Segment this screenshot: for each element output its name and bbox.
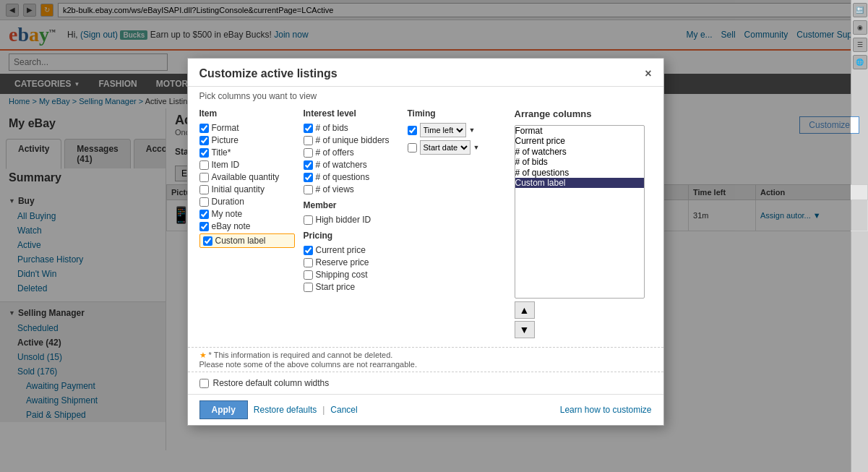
checkbox-init-qty[interactable]: Initial quantity (199, 184, 295, 194)
checkbox-bids-input[interactable] (304, 124, 313, 133)
footer-separator: | (322, 405, 325, 415)
arrange-item-bids[interactable]: # of bids (515, 157, 644, 167)
checkbox-init-qty-input[interactable] (199, 185, 209, 194)
checkbox-start-price[interactable]: Start price (304, 282, 399, 292)
cancel-link[interactable]: Cancel (330, 405, 357, 415)
checkbox-duration-input[interactable] (199, 197, 209, 207)
checkbox-my-note[interactable]: My note (199, 209, 295, 219)
arrange-title: Arrange columns (515, 108, 652, 119)
arrange-section: Arrange columns Format Current price # o… (515, 108, 652, 338)
timing-checkbox-2[interactable] (408, 143, 417, 153)
modal-columns: Item Format Picture Title* (199, 108, 503, 338)
modal-overlay: Customize active listings × Pick columns… (0, 0, 851, 450)
arrange-item-format[interactable]: Format (515, 126, 644, 136)
checkbox-title-input[interactable] (199, 148, 209, 158)
star-icon: ★ (199, 351, 207, 359)
checkbox-title-label: Title* (212, 147, 231, 158)
checkbox-avail-qty-input[interactable] (199, 173, 209, 182)
checkbox-itemid-input[interactable] (199, 160, 209, 170)
checkbox-questions-input[interactable] (304, 173, 313, 182)
checkbox-high-bidder[interactable]: High bidder ID (304, 215, 399, 225)
item-section: Item Format Picture Title* (199, 108, 295, 338)
checkbox-reserve-price[interactable]: Reserve price (304, 257, 399, 267)
interest-section: Interest level # of bids # of unique bid… (304, 108, 399, 338)
checkbox-format-input[interactable] (199, 124, 209, 133)
checkbox-picture-label: Picture (212, 135, 239, 145)
arrange-item-custom-label[interactable]: Custom label (515, 178, 644, 188)
arrange-item-questions[interactable]: # of questions (515, 168, 644, 178)
checkbox-offers-input[interactable] (304, 148, 313, 158)
checkbox-current-price[interactable]: Current price (304, 245, 399, 255)
checkbox-questions-label: # of questions (316, 172, 370, 182)
arrange-item-current-price[interactable]: Current price (515, 136, 644, 146)
modal-header: Customize active listings × (188, 59, 663, 87)
checkbox-duration-label: Duration (212, 197, 244, 207)
modal-subtitle: Pick columns you want to view (188, 87, 663, 108)
arrange-down-button[interactable]: ▼ (515, 321, 535, 338)
checkbox-custom-label-label: Custom label (215, 236, 266, 246)
checkbox-start-price-label: Start price (316, 282, 356, 292)
checkbox-custom-label-input[interactable] (203, 236, 212, 246)
checkbox-itemid[interactable]: Item ID (199, 160, 295, 170)
timing-section: Timing Time left ▼ Start date (408, 108, 503, 338)
checkbox-questions[interactable]: # of questions (304, 172, 399, 182)
checkbox-my-note-input[interactable] (199, 210, 209, 219)
restore-defaults-link[interactable]: Restore defaults (254, 405, 317, 415)
checkbox-format-label: Format (212, 123, 239, 133)
checkbox-picture-input[interactable] (199, 136, 209, 145)
checkbox-title[interactable]: Title* (199, 147, 295, 158)
arrange-up-button[interactable]: ▲ (515, 301, 535, 319)
checkbox-high-bidder-input[interactable] (304, 215, 313, 225)
checkbox-shipping-cost-label: Shipping cost (316, 270, 368, 280)
arrange-buttons: ▲ ▼ (515, 301, 652, 338)
checkbox-ebay-note[interactable]: eBay note (199, 221, 295, 231)
checkbox-ebay-note-label: eBay note (212, 221, 251, 231)
timing-row-2: Start date ▼ (408, 140, 503, 155)
checkbox-shipping-cost[interactable]: Shipping cost (304, 270, 399, 280)
modal-title: Customize active listings (199, 67, 338, 80)
checkbox-watchers-input[interactable] (304, 160, 313, 170)
checkbox-current-price-input[interactable] (304, 246, 313, 255)
restore-checkbox[interactable] (199, 379, 209, 388)
sidebar-icon-2[interactable]: ◉ (853, 20, 867, 35)
checkbox-unique-bidders-input[interactable] (304, 136, 313, 145)
checkbox-offers[interactable]: # of offers (304, 147, 399, 158)
checkbox-offers-label: # of offers (316, 147, 354, 158)
checkbox-bids[interactable]: # of bids (304, 123, 399, 133)
checkbox-custom-label[interactable]: Custom label (199, 233, 295, 248)
modal-note: ★ * This information is required and can… (188, 347, 663, 372)
apply-button[interactable]: Apply (199, 400, 248, 419)
timing-select-2[interactable]: Start date (420, 140, 470, 155)
pricing-section-title: Pricing (304, 231, 399, 241)
checkbox-picture[interactable]: Picture (199, 135, 295, 145)
modal-close-button[interactable]: × (645, 67, 651, 80)
modal-footer: Apply Restore defaults | Cancel Learn ho… (188, 394, 663, 425)
checkbox-ebay-note-input[interactable] (199, 222, 209, 231)
learn-link[interactable]: Learn how to customize (560, 405, 652, 415)
timing-chevron-1: ▼ (469, 126, 476, 134)
checkbox-format[interactable]: Format (199, 123, 295, 133)
checkbox-init-qty-label: Initial quantity (212, 184, 265, 194)
arrange-item-watchers[interactable]: # of watchers (515, 147, 644, 157)
sidebar-icon-4[interactable]: 🌐 (853, 55, 867, 69)
checkbox-views-input[interactable] (304, 185, 313, 194)
item-section-title: Item (199, 108, 295, 119)
modal-body: Item Format Picture Title* (188, 108, 663, 347)
checkbox-watchers-label: # of watchers (316, 160, 367, 170)
timing-checkbox-1[interactable] (408, 126, 417, 135)
sidebar-icon-1[interactable]: 🔙 (853, 3, 867, 17)
checkbox-watchers[interactable]: # of watchers (304, 160, 399, 170)
sidebar-icon-3[interactable]: ☰ (853, 38, 867, 52)
checkbox-avail-qty[interactable]: Available quantity (199, 172, 295, 182)
checkbox-reserve-price-label: Reserve price (316, 257, 369, 267)
arrange-columns-list[interactable]: Format Current price # of watchers # of … (515, 125, 645, 299)
checkbox-views[interactable]: # of views (304, 184, 399, 194)
timing-chevron-2: ▼ (473, 144, 480, 151)
checkbox-reserve-price-input[interactable] (304, 258, 313, 267)
timing-select-1[interactable]: Time left (420, 123, 466, 137)
checkbox-duration[interactable]: Duration (199, 197, 295, 207)
member-section-title: Member (304, 200, 399, 210)
checkbox-start-price-input[interactable] (304, 283, 313, 292)
checkbox-shipping-cost-input[interactable] (304, 270, 313, 280)
checkbox-unique-bidders[interactable]: # of unique bidders (304, 135, 399, 145)
